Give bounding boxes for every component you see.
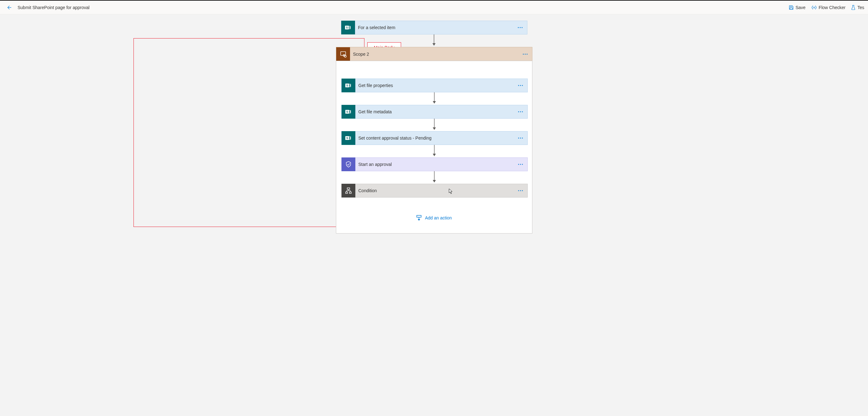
svg-marker-25	[433, 101, 436, 104]
action-title: Condition	[355, 188, 514, 193]
page-title: Submit SharePoint page for approval	[18, 5, 90, 10]
trigger-title: For a selected item	[355, 25, 513, 30]
svg-rect-53	[349, 192, 351, 194]
scope-title: Scope 2	[350, 51, 518, 57]
back-button[interactable]	[4, 2, 14, 12]
more-icon	[522, 54, 528, 55]
svg-marker-11	[432, 43, 436, 46]
action-menu[interactable]	[514, 164, 527, 165]
arrow-down-icon	[432, 92, 436, 105]
svg-rect-52	[346, 192, 347, 194]
trigger-menu[interactable]	[513, 27, 527, 28]
action-menu[interactable]	[514, 137, 527, 139]
svg-text:S: S	[346, 136, 348, 140]
trigger-card[interactable]: S For a selected item	[341, 21, 527, 34]
flow-canvas: Main Body S For a selected item	[0, 14, 868, 246]
arrow-down-icon	[432, 118, 436, 131]
header-bar: Submit SharePoint page for approval Save…	[0, 1, 868, 14]
condition-icon	[342, 184, 355, 198]
more-icon	[517, 27, 523, 28]
scope-icon	[336, 47, 350, 61]
svg-point-22	[520, 85, 521, 86]
flow-checker-button[interactable]: Flow Checker	[811, 5, 846, 10]
svg-text:S: S	[346, 110, 348, 113]
action-title: Get file properties	[355, 83, 514, 88]
svg-marker-46	[433, 180, 436, 182]
svg-text:S: S	[346, 84, 348, 87]
svg-point-29	[518, 111, 519, 112]
svg-point-8	[520, 27, 521, 28]
svg-point-16	[525, 54, 526, 55]
save-icon	[789, 5, 794, 10]
action-title: Get file metadata	[355, 109, 514, 114]
save-label: Save	[796, 5, 806, 10]
test-icon	[851, 5, 856, 10]
svg-point-55	[520, 190, 521, 191]
more-icon	[518, 85, 523, 86]
svg-point-17	[526, 54, 527, 55]
connector-arrow[interactable]	[341, 118, 528, 131]
scope-body: SGet file propertiesSGet file metadataSS…	[336, 61, 532, 234]
action-title: Set content approval status - Pending	[355, 136, 514, 141]
action-card[interactable]: SSet content approval status - Pending	[341, 131, 528, 145]
action-card[interactable]: SGet file properties	[341, 78, 528, 92]
flow-checker-icon	[811, 5, 817, 10]
sharepoint-icon: S	[342, 105, 355, 118]
svg-point-37	[518, 138, 519, 139]
action-title: Start an approval	[355, 162, 514, 167]
svg-point-2	[813, 7, 815, 8]
svg-point-39	[522, 138, 523, 139]
svg-point-38	[520, 138, 521, 139]
svg-point-56	[522, 190, 523, 191]
action-menu[interactable]	[514, 85, 527, 86]
cursor-icon	[449, 188, 453, 195]
more-icon	[518, 137, 523, 139]
svg-point-30	[520, 111, 521, 112]
test-button[interactable]: Tes	[851, 5, 864, 10]
svg-point-9	[521, 27, 522, 28]
sharepoint-icon: S	[342, 131, 355, 145]
svg-marker-41	[433, 154, 436, 156]
arrow-left-icon	[6, 5, 11, 10]
approval-icon	[342, 158, 355, 171]
svg-rect-47	[347, 188, 350, 189]
more-icon	[518, 190, 523, 191]
more-icon	[518, 111, 523, 112]
svg-point-54	[518, 190, 519, 191]
save-button[interactable]: Save	[789, 5, 806, 10]
svg-marker-59	[418, 219, 420, 221]
add-action-button[interactable]: Add an action	[341, 215, 527, 221]
connector-arrow[interactable]	[341, 171, 528, 184]
sharepoint-icon: S	[342, 78, 355, 92]
arrow-down-icon	[432, 34, 436, 47]
sharepoint-icon: S	[341, 21, 355, 34]
svg-text:S: S	[346, 26, 347, 29]
svg-point-21	[518, 85, 519, 86]
action-menu[interactable]	[514, 190, 527, 191]
svg-point-31	[522, 111, 523, 112]
scope-menu[interactable]	[518, 54, 532, 55]
svg-rect-1	[790, 8, 793, 9]
action-card[interactable]: SGet file metadata	[341, 105, 528, 118]
svg-point-23	[522, 85, 523, 86]
action-menu[interactable]	[514, 111, 527, 112]
arrow-down-icon	[432, 171, 436, 184]
svg-point-15	[523, 54, 524, 55]
svg-point-42	[518, 164, 519, 165]
more-icon	[518, 164, 523, 165]
connector-arrow[interactable]	[341, 145, 528, 158]
flow-checker-label: Flow Checker	[819, 5, 846, 10]
svg-marker-33	[433, 128, 436, 130]
add-action-icon	[416, 215, 422, 221]
test-label: Tes	[857, 5, 864, 10]
svg-point-44	[522, 164, 523, 165]
svg-rect-57	[417, 215, 421, 217]
action-card[interactable]: Condition	[341, 184, 528, 198]
arrow-down-icon	[432, 145, 436, 158]
action-card[interactable]: Start an approval	[341, 158, 528, 171]
scope-header[interactable]: Scope 2	[336, 47, 532, 61]
svg-point-7	[518, 27, 519, 28]
annotation-box	[133, 38, 365, 227]
svg-point-43	[520, 164, 521, 165]
connector-arrow[interactable]	[341, 92, 528, 105]
